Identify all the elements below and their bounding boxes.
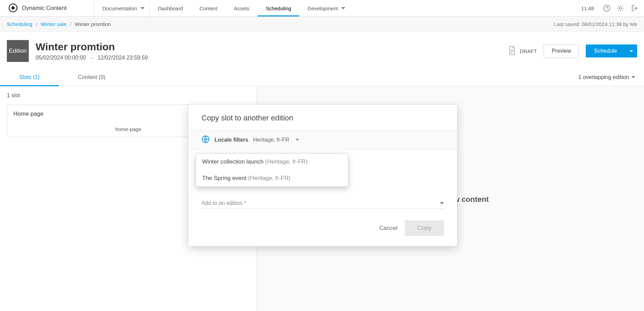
slot-title: Home page	[13, 111, 44, 117]
nav-spacer	[350, 0, 575, 16]
chevron-down-icon	[630, 50, 633, 54]
modal-actions: Cancel Copy	[188, 218, 457, 246]
svg-point-1	[11, 6, 14, 9]
chevron-down-icon	[140, 7, 145, 11]
brand-logo-icon	[8, 3, 18, 14]
event-option[interactable]: The Spring event (Heritage, fr-FR)	[196, 170, 348, 186]
nav-content[interactable]: Content	[191, 0, 226, 16]
overlapping-editions[interactable]: 1 overlapping edition	[576, 74, 637, 80]
nav-documentation-label: Documentation	[102, 5, 137, 11]
chevron-down-icon	[632, 76, 635, 80]
edition-badge: Edition	[7, 40, 29, 62]
overlapping-label: 1 overlapping edition	[578, 74, 629, 80]
title-block: Winter promtion 05/02/2024 00:00:00 – 12…	[36, 41, 148, 61]
status-label: DRAFT	[520, 48, 537, 54]
event-option-locale: (Heritage, fr-FR)	[265, 158, 308, 165]
add-to-edition-select[interactable]: Add to an edition *	[201, 200, 444, 209]
choose-event-dropdown: Winter collection launch (Heritage, fr-F…	[196, 153, 348, 187]
breadcrumb-winter-sale[interactable]: Winter sale	[41, 21, 66, 27]
date-end: 12/02/2024 23:59:59	[98, 55, 148, 61]
page-header-right: DRAFT Preview Schedule	[508, 44, 637, 58]
breadcrumb-bar: Scheduling / Winter sale / Winter promti…	[0, 17, 644, 32]
tabs-row: Slots (1) Content (0) 1 overlapping edit…	[0, 69, 644, 86]
date-start: 05/02/2024 00:00:00	[36, 55, 86, 61]
locale-filters[interactable]: Locale filters Heritage, fr-FR	[188, 130, 457, 150]
date-range: 05/02/2024 00:00:00 – 12/02/2024 23:59:5…	[36, 55, 148, 61]
nav-assets[interactable]: Assets	[226, 0, 258, 16]
schedule-button-group: Schedule	[586, 44, 637, 57]
breadcrumb: Scheduling / Winter sale / Winter promti…	[7, 21, 111, 27]
brand: Dynamic Content	[0, 0, 94, 16]
breadcrumb-current: Winter promtion	[75, 21, 111, 27]
chevron-down-icon	[440, 202, 444, 206]
nav-scheduling-label: Scheduling	[266, 5, 291, 11]
breadcrumb-scheduling[interactable]: Scheduling	[7, 21, 32, 27]
event-option-name: Winter collection launch	[202, 158, 265, 165]
nav-right: 11:48	[575, 0, 644, 16]
breadcrumb-separator: /	[70, 21, 71, 27]
nav-dashboard[interactable]: Dashboard	[150, 0, 191, 16]
preview-button[interactable]: Preview	[544, 44, 579, 58]
svg-point-4	[619, 7, 621, 9]
document-icon	[508, 46, 516, 56]
nav-scheduling[interactable]: Scheduling	[258, 0, 299, 16]
copy-button[interactable]: Copy	[405, 220, 444, 236]
tabs: Slots (1) Content (0)	[0, 69, 125, 86]
brand-label: Dynamic Content	[22, 5, 66, 12]
page-header: Edition Winter promtion 05/02/2024 00:00…	[0, 32, 644, 66]
globe-icon	[201, 135, 210, 145]
gear-icon[interactable]	[617, 4, 624, 12]
page-title: Winter promtion	[36, 41, 148, 53]
last-saved: Last saved: 08/01/2024 11:38 by Me	[554, 21, 637, 27]
help-icon[interactable]	[603, 4, 610, 12]
locale-filters-label: Locale filters	[214, 137, 248, 143]
nav-dashboard-label: Dashboard	[158, 5, 183, 11]
add-to-edition-placeholder: Add to an edition *	[201, 200, 246, 206]
nav-assets-label: Assets	[234, 5, 249, 11]
breadcrumb-separator: /	[36, 21, 37, 27]
nav-development[interactable]: Development	[299, 0, 350, 16]
svg-point-3	[606, 10, 607, 10]
tab-content[interactable]: Content (0)	[59, 69, 125, 86]
date-range-dash: –	[90, 55, 93, 61]
cancel-button[interactable]: Cancel	[379, 225, 397, 232]
schedule-button[interactable]: Schedule	[586, 44, 625, 57]
modal-title: Copy slot to another edition	[188, 105, 457, 130]
page-header-left: Edition Winter promtion 05/02/2024 00:00…	[7, 40, 148, 62]
locale-filters-value: Heritage, fr-FR	[253, 137, 289, 143]
chevron-down-icon	[341, 7, 345, 11]
chevron-down-icon	[296, 139, 299, 142]
nav-content-label: Content	[199, 5, 218, 11]
event-option-locale: (Heritage, fr-FR)	[248, 175, 290, 181]
tab-slots[interactable]: Slots (1)	[0, 69, 59, 86]
time-picker[interactable]: 11:48	[581, 5, 597, 11]
schedule-dropdown-button[interactable]	[625, 44, 637, 57]
top-app-bar: Dynamic Content Documentation Dashboard …	[0, 0, 644, 17]
nav-documentation[interactable]: Documentation	[94, 0, 150, 16]
slot-count: 1 slot	[0, 86, 257, 102]
time-value: 11:48	[581, 5, 594, 11]
nav-development-label: Development	[308, 5, 338, 11]
logout-icon[interactable]	[630, 4, 638, 12]
event-option[interactable]: Winter collection launch (Heritage, fr-F…	[196, 154, 348, 170]
event-option-name: The Spring event	[202, 175, 248, 181]
status-badge: DRAFT	[508, 46, 537, 56]
